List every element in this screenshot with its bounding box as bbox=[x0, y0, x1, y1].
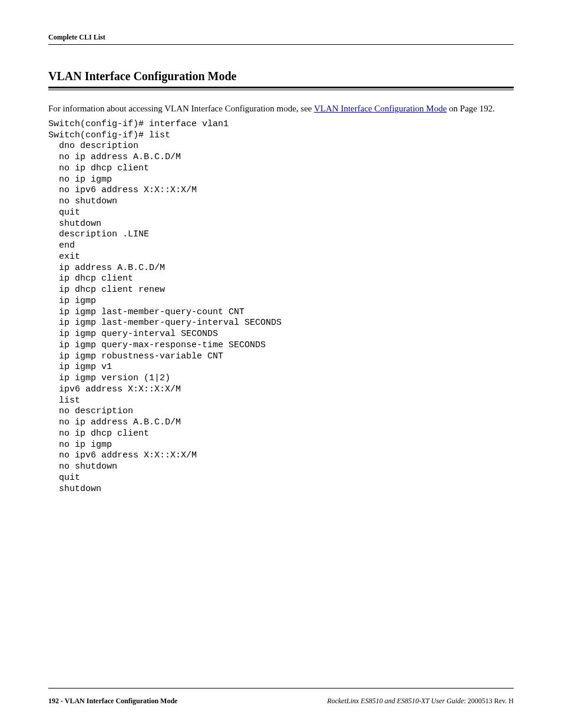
cli-code-block: Switch(config-if)# interface vlan1 Switc… bbox=[48, 119, 514, 495]
vlan-config-mode-link[interactable]: VLAN Interface Configuration Mode bbox=[314, 104, 447, 113]
intro-suffix: on Page 192. bbox=[447, 104, 495, 113]
footer-section-name: VLAN Interface Configuration Mode bbox=[65, 697, 178, 705]
header-label: Complete CLI List bbox=[48, 33, 514, 42]
header-rule bbox=[48, 44, 514, 45]
footer-revision: : 2000513 Rev. H bbox=[464, 697, 514, 705]
footer-page-number: 192 bbox=[48, 697, 59, 705]
footer-content: 192 - VLAN Interface Configuration Mode … bbox=[48, 697, 514, 706]
intro-prefix: For information about accessing VLAN Int… bbox=[48, 104, 314, 113]
section-title: VLAN Interface Configuration Mode bbox=[48, 70, 514, 83]
footer-right: RocketLinx ES8510 and ES8510-XT User Gui… bbox=[327, 697, 514, 706]
footer-guide-name: RocketLinx ES8510 and ES8510-XT User Gui… bbox=[327, 697, 464, 705]
footer-rule bbox=[48, 688, 514, 689]
page-footer: 192 - VLAN Interface Configuration Mode … bbox=[48, 688, 514, 706]
intro-paragraph: For information about accessing VLAN Int… bbox=[48, 103, 514, 114]
footer-left: 192 - VLAN Interface Configuration Mode bbox=[48, 697, 177, 706]
section-title-rule bbox=[48, 87, 514, 90]
